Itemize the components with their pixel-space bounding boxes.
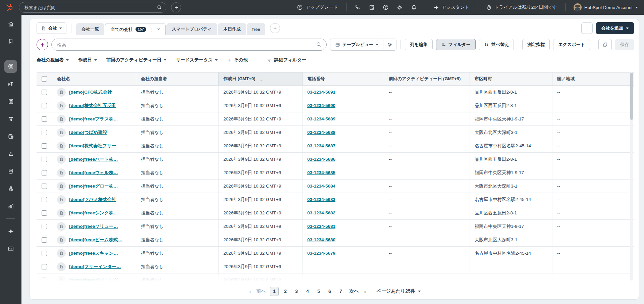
tab-close-icon[interactable]: ✕ [157,27,160,32]
phone-link[interactable]: 03-1234-5685 [307,170,335,175]
view-tab[interactable]: 本日作成 [218,23,246,35]
sidebar-item-commerce[interactable] [4,130,17,143]
quick-filter-dropdown[interactable]: 会社の担当者 [37,57,69,63]
phone-link[interactable]: 03-1234-5690 [307,103,335,108]
row-checkbox[interactable] [42,251,47,256]
page-number-button[interactable]: 4 [303,287,312,296]
company-name-link[interactable]: [demo]freeeウェル株… [69,170,118,176]
column-header[interactable]: 電話番号 [302,72,384,85]
view-tab[interactable]: スマートプロパティ [166,23,217,35]
company-name-link[interactable]: [demo]freeeダイニング… [69,277,123,283]
sidebar-item-service[interactable] [4,147,17,160]
company-name-link[interactable]: [demo]CFO株式会社 [69,89,112,95]
company-name-link[interactable]: [demo]フリーインター… [69,264,121,270]
page-number-button[interactable]: 7 [336,287,345,296]
phone-link[interactable]: 03-1234-5689 [307,116,335,121]
row-checkbox[interactable] [42,224,47,229]
page-more-actions-button[interactable] [581,22,593,34]
list-search-input[interactable] [51,39,327,51]
view-settings-button[interactable] [383,39,396,50]
company-name-link[interactable]: [demo]freeeプラス株… [69,116,118,122]
sidebar-item-reporting[interactable] [4,200,17,212]
quick-filter-dropdown[interactable]: リードステータス [176,57,218,63]
company-name-link[interactable]: [demo]freeeスキャン… [69,250,118,256]
assistant-button[interactable]: アシスタント [433,4,470,10]
row-checkbox[interactable] [42,184,47,189]
add-view-button[interactable] [270,23,280,33]
sidebar-item-data-management[interactable] [4,165,17,178]
sidebar-item-bookmarks[interactable] [4,35,17,48]
row-checkbox[interactable] [42,143,47,149]
edit-columns-button[interactable]: 列を編集 [405,39,432,50]
sidebar-item-marketing[interactable] [4,78,17,90]
sidebar-item-home[interactable] [4,17,17,30]
page-size-selector[interactable]: ページあたり25件 [377,288,421,294]
row-checkbox[interactable] [42,90,47,95]
upgrade-button[interactable]: アップグレード [297,4,338,10]
view-tab[interactable]: 会社一覧 [76,23,104,35]
company-name-link[interactable]: [demo]freeeシンク株… [69,210,118,216]
column-header[interactable]: 市区町村 [470,72,552,85]
phone-link[interactable]: 03-1234-5691 [307,90,335,95]
row-checkbox[interactable] [42,116,47,122]
sidebar-item-crm[interactable] [4,60,17,73]
row-checkbox[interactable] [42,130,47,135]
sidebar-item-ai-assistant[interactable] [4,225,17,238]
trial-status[interactable]: トライアルは残り204日間です [486,4,557,10]
phone-link[interactable]: 03-1234-5688 [307,130,335,135]
object-type-selector[interactable]: 会社 [37,22,66,34]
page-number-button[interactable]: 3 [292,287,301,296]
table-scrollbar[interactable] [630,72,633,281]
next-page-chevron-icon[interactable]: › [363,289,367,294]
clone-view-button[interactable] [598,39,612,50]
table-view-button[interactable]: テーブルビュー [330,39,383,50]
phone-link[interactable]: 03-1234-5679 [307,251,335,256]
hubspot-logo-icon[interactable] [5,3,14,12]
phone-link[interactable]: 03-1234-5686 [307,157,335,162]
copilot-search-button[interactable] [37,39,48,50]
row-checkbox[interactable] [42,157,47,162]
row-checkbox[interactable] [42,264,47,269]
save-view-button[interactable]: 保存 [615,39,634,50]
phone-link[interactable]: 03-1234-5681 [307,224,335,229]
row-checkbox[interactable] [42,197,47,202]
marketplace-icon[interactable] [369,4,375,10]
view-tab[interactable]: free [247,23,266,35]
company-name-link[interactable]: [demo]freeeハート株… [69,156,118,162]
select-all-checkbox[interactable] [42,76,47,82]
quick-filter-dropdown[interactable]: 前回のアクティビティー日 [106,57,167,63]
prev-page-chevron-icon[interactable]: ‹ [248,289,252,294]
column-header[interactable]: 国／地域 [552,72,634,85]
sidebar-item-developer[interactable] [4,242,17,255]
filter-button[interactable]: フィルター [436,39,476,50]
company-name-link[interactable]: [demo]freeeソリュー… [69,223,118,230]
phone-link[interactable]: 03-1234-5684 [307,184,335,189]
row-checkbox[interactable] [42,277,47,283]
column-header[interactable]: 前回のアクティビティー日 (GMT+9) [384,72,470,85]
company-name-link[interactable]: [demo]株式会社フリー [69,143,116,149]
row-checkbox[interactable] [42,210,47,216]
company-name-link[interactable]: [demo]つばめ建設 [69,130,107,136]
page-number-button[interactable]: 1 [270,287,279,296]
scrollbar-thumb[interactable] [630,73,633,120]
add-company-button[interactable]: 会社を追加 [596,22,634,34]
tab-menu-icon[interactable]: ⋮ [150,27,154,32]
settings-icon[interactable] [397,4,403,10]
notifications-icon[interactable] [411,4,417,10]
advanced-filters-button[interactable]: 詳細フィルター [267,57,306,63]
account-menu[interactable]: HubSpot Demo Account [574,3,638,11]
row-checkbox[interactable] [42,103,47,108]
sort-button[interactable]: 並べ替え [479,39,514,50]
prev-page-button[interactable]: 前へ [254,288,268,294]
row-checkbox[interactable] [42,170,47,175]
sidebar-item-sales[interactable] [4,112,17,125]
phone-link[interactable]: 03-1234-5680 [307,237,335,242]
company-name-link[interactable]: [demo]freeeビーム株式… [69,237,122,243]
quick-filter-dropdown[interactable]: 作成日 [78,57,97,63]
export-button[interactable]: エクスポート [553,39,590,50]
calling-icon[interactable] [355,4,361,10]
sidebar-item-automation[interactable] [4,182,17,195]
phone-link[interactable]: 03-1234-5682 [307,210,335,215]
page-number-button[interactable]: 6 [325,287,334,296]
page-number-button[interactable]: 2 [281,287,290,296]
